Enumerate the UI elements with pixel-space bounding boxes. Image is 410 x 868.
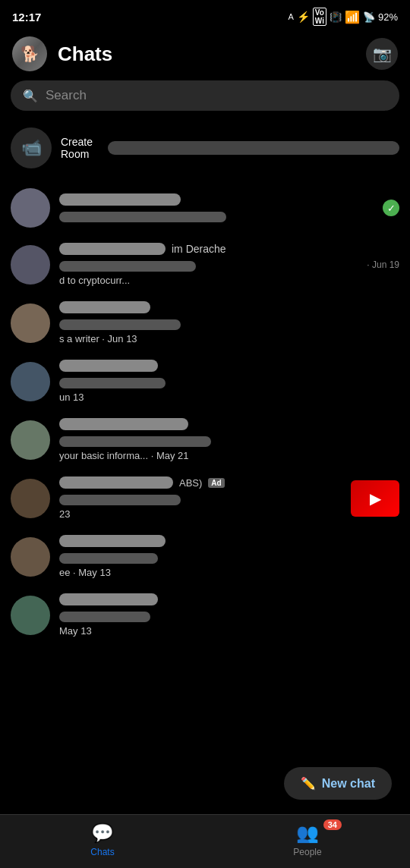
battery-level: 92%: [378, 11, 398, 23]
chat-name-row: [59, 360, 390, 372]
chat-name-placeholder: [59, 535, 166, 547]
avatar: [11, 596, 50, 635]
list-item[interactable]: s a writer · Jun 13: [0, 294, 410, 352]
bluetooth-icon: ⚡: [297, 11, 310, 23]
chat-content: s a writer · Jun 13: [59, 301, 390, 344]
chat-right: ✓: [383, 200, 399, 216]
chat-name-visible: ABS): [179, 477, 202, 489]
chat-right: ▶: [351, 480, 399, 517]
list-item[interactable]: ee · May 13: [0, 527, 410, 586]
read-check-icon: ✓: [383, 200, 399, 216]
chat-list: ✓ im Derache d to cryptocurr... · Jun 19…: [0, 181, 410, 644]
status-time: 12:17: [12, 11, 41, 24]
user-avatar[interactable]: 🐕: [12, 36, 47, 71]
chat-msg-visible: ee · May 13: [59, 567, 390, 578]
people-nav-label: People: [293, 847, 321, 857]
create-room-button[interactable]: 📹: [11, 127, 52, 168]
camera-button[interactable]: 📷: [366, 38, 398, 70]
chat-meta: 23: [59, 508, 342, 520]
list-item[interactable]: un 13: [0, 352, 410, 410]
chats-nav-label: Chats: [90, 847, 114, 857]
chat-content: ee · May 13: [59, 535, 390, 578]
chat-name-placeholder: [59, 243, 166, 255]
page-title: Chats: [58, 42, 112, 66]
avatar: [11, 537, 50, 577]
chat-timestamp: · Jun 19: [367, 259, 399, 270]
nav-item-people[interactable]: 34 👥 People: [205, 815, 410, 868]
vowifi-icon: VoWi: [313, 8, 326, 26]
chat-name-row: [59, 301, 390, 313]
chat-name-row: [59, 593, 390, 605]
create-room-label: Create: [61, 136, 93, 148]
search-container: 🔍 Search: [0, 80, 410, 121]
edit-icon: ✏️: [301, 776, 316, 791]
chat-name-placeholder: [59, 193, 181, 206]
nav-item-chats[interactable]: 💬 Chats: [0, 815, 205, 868]
search-placeholder: Search: [46, 88, 87, 103]
chat-msg-visible: s a writer · Jun 13: [59, 333, 390, 344]
ad-thumbnail[interactable]: ▶: [351, 480, 399, 517]
chat-msg-visible: un 13: [59, 392, 390, 403]
signal-icon: 📡: [363, 11, 375, 23]
chat-msg-visible: d to cryptocurr...: [59, 275, 358, 286]
chat-msg-placeholder: [59, 319, 181, 330]
chat-name-placeholder: [59, 360, 158, 372]
camera-icon: 📷: [373, 45, 392, 63]
chat-content: ABS) Ad 23: [59, 476, 342, 520]
chat-name-placeholder: [59, 301, 150, 313]
chat-msg-placeholder: [59, 612, 150, 622]
chat-content: un 13: [59, 360, 390, 403]
chat-name-row: [59, 535, 390, 547]
bottom-nav: 💬 Chats 34 👥 People: [0, 814, 410, 868]
play-icon: ▶: [370, 489, 381, 508]
chat-msg-visible: May 13: [59, 625, 390, 637]
avatar: [11, 188, 50, 228]
header: 🐕 Chats 📷: [0, 30, 410, 80]
list-item[interactable]: May 13: [0, 586, 410, 644]
create-room-placeholder: [108, 141, 399, 155]
chat-msg-placeholder: [59, 378, 166, 388]
avatar: [11, 420, 50, 460]
chats-nav-icon: 💬: [91, 822, 114, 844]
create-room-info: Create Room: [61, 136, 93, 160]
chat-content: im Derache d to cryptocurr...: [59, 243, 358, 286]
chat-name-row: im Derache: [59, 243, 358, 255]
chat-name-row: [59, 193, 374, 206]
avatar-image: 🐕: [12, 36, 47, 71]
status-bar: 12:17 A ⚡ VoWi 📳 📶 📡 92%: [0, 0, 410, 30]
chat-name-placeholder: [59, 593, 158, 605]
list-item[interactable]: your basic informa... · May 21: [0, 410, 410, 469]
create-room-label2: Room: [61, 148, 93, 160]
chat-msg-visible: your basic informa... · May 21: [59, 450, 390, 461]
new-chat-button[interactable]: ✏️ New chat: [284, 767, 392, 800]
people-nav-icon: 👥: [296, 822, 319, 844]
chat-msg-placeholder: [59, 261, 196, 272]
chat-right: · Jun 19: [367, 259, 399, 270]
chat-content: your basic informa... · May 21: [59, 418, 390, 461]
chat-name-placeholder: [59, 418, 188, 430]
wifi-icon: 📶: [345, 10, 360, 24]
chat-content: [59, 193, 374, 222]
search-icon: 🔍: [23, 89, 38, 103]
vibrate-icon: 📳: [330, 11, 342, 23]
create-room-section: 📹 Create Room: [0, 121, 410, 181]
chat-name-row: ABS) Ad: [59, 476, 342, 489]
video-add-icon: 📹: [21, 138, 42, 158]
list-item[interactable]: ✓: [0, 181, 410, 235]
ad-badge: Ad: [208, 478, 224, 488]
people-badge: 34: [323, 819, 342, 830]
avatar: [11, 245, 50, 285]
list-item[interactable]: im Derache d to cryptocurr... · Jun 19: [0, 235, 410, 294]
chat-msg-placeholder: [59, 495, 181, 505]
avatar: [11, 362, 50, 401]
chat-content: May 13: [59, 593, 390, 637]
chat-msg-placeholder: [59, 212, 226, 222]
avatar: [11, 479, 50, 518]
search-bar[interactable]: 🔍 Search: [11, 80, 399, 111]
chat-name-row: [59, 418, 390, 430]
header-left: 🐕 Chats: [12, 36, 112, 71]
avatar: [11, 303, 50, 343]
list-item[interactable]: ABS) Ad 23 ▶: [0, 469, 410, 527]
chat-msg-placeholder: [59, 553, 158, 564]
chat-name-visible: im Derache: [172, 243, 226, 255]
